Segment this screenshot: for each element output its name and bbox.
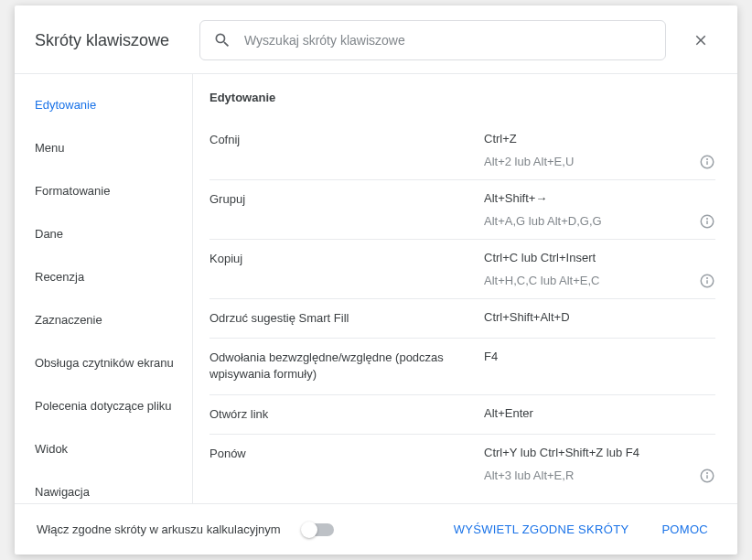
keys-wrap: Alt+Enter (484, 406, 715, 420)
help-button[interactable]: POMOC (654, 517, 715, 542)
shortcut-row: PonówCtrl+Y lub Ctrl+Shift+Z lub F4Alt+3… (209, 435, 715, 493)
view-compatible-button[interactable]: WYŚWIETL ZGODNE SKRÓTY (446, 517, 637, 542)
command-name: Cofnij (209, 132, 484, 148)
command-name: Otwórz link (209, 406, 484, 423)
keys-wrap: F4 (484, 350, 715, 363)
shortcuts-content[interactable]: Edytowanie CofnijCtrl+ZAlt+2 lub Alt+E,U… (193, 74, 737, 503)
command-name: Ponów (209, 446, 484, 462)
shortcut-row: Odwołania bezwzględne/względne (podczas … (209, 339, 715, 394)
dialog-header: Skróty klawiszowe (15, 5, 737, 73)
keys-wrap: Ctrl+C lub Ctrl+InsertAlt+H,C,C lub Alt+… (484, 251, 715, 287)
info-icon[interactable] (699, 154, 715, 174)
toggle-label: Włącz zgodne skróty w arkuszu kalkulacyj… (37, 522, 281, 536)
info-icon[interactable] (699, 213, 715, 233)
svg-point-11 (707, 472, 708, 473)
shortcut-keys: Ctrl+Shift+Alt+D (484, 310, 715, 324)
dialog-body: EdytowanieMenuFormatowanieDaneRecenzjaZa… (15, 73, 737, 503)
sidebar-item[interactable]: Edytowanie (15, 83, 192, 126)
sidebar-item[interactable]: Recenzja (15, 255, 192, 298)
category-sidebar[interactable]: EdytowanieMenuFormatowanieDaneRecenzjaZa… (15, 74, 192, 503)
sidebar-item[interactable]: Dane (15, 212, 192, 255)
compatible-shortcuts-toggle[interactable] (303, 523, 334, 536)
command-name: Grupuj (209, 191, 484, 208)
shortcut-keys: F4 (484, 350, 715, 363)
sidebar-item[interactable]: Nawigacja (15, 470, 192, 503)
shortcut-keys-alt: Alt+2 lub Alt+E,U (484, 155, 715, 168)
sidebar-item[interactable]: Obsługa czytników ekranu (15, 341, 192, 384)
keys-wrap: Alt+Shift+→Alt+A,G lub Alt+D,G,G (484, 191, 715, 228)
sidebar-item[interactable]: Widok (15, 427, 192, 470)
command-name: Kopiuj (209, 251, 484, 267)
shortcut-row: Odrzuć sugestię Smart FillCtrl+Shift+Alt… (209, 299, 715, 339)
keys-wrap: Ctrl+ZAlt+2 lub Alt+E,U (484, 132, 715, 168)
shortcut-row: GrupujAlt+Shift+→Alt+A,G lub Alt+D,G,G (209, 180, 715, 240)
dialog-title: Skróty klawiszowe (35, 31, 181, 50)
sidebar-item[interactable]: Menu (15, 126, 192, 169)
toggle-knob (301, 522, 317, 538)
keys-wrap: Ctrl+Shift+Alt+D (484, 310, 715, 324)
search-input[interactable] (244, 33, 652, 48)
svg-point-8 (707, 278, 708, 279)
shortcut-keys: Alt+Shift+→ (484, 191, 715, 205)
shortcut-keys: Alt+Enter (484, 406, 715, 420)
dialog-footer: Włącz zgodne skróty w arkuszu kalkulacyj… (15, 503, 737, 555)
info-icon[interactable] (699, 468, 715, 488)
shortcut-keys-alt: Alt+A,G lub Alt+D,G,G (484, 214, 715, 228)
search-field-wrap[interactable] (199, 20, 666, 60)
sidebar-item[interactable]: Formatowanie (15, 169, 192, 212)
shortcut-row: Otwórz linkAlt+Enter (209, 395, 715, 435)
info-icon[interactable] (699, 273, 715, 293)
close-button[interactable] (684, 24, 717, 57)
shortcut-row: CofnijCtrl+ZAlt+2 lub Alt+E,U (209, 121, 715, 180)
shortcut-row: KopiujCtrl+C lub Ctrl+InsertAlt+H,C,C lu… (209, 240, 715, 299)
command-name: Odwołania bezwzględne/względne (podczas … (209, 350, 484, 382)
search-icon (213, 31, 231, 49)
keys-wrap: Ctrl+Y lub Ctrl+Shift+Z lub F4Alt+3 lub … (484, 446, 715, 482)
shortcut-keys: Ctrl+C lub Ctrl+Insert (484, 251, 715, 264)
svg-point-5 (707, 219, 708, 220)
section-title: Edytowanie (209, 91, 715, 104)
command-name: Odrzuć sugestię Smart Fill (209, 310, 484, 327)
keyboard-shortcuts-dialog: Skróty klawiszowe EdytowanieMenuFormatow… (15, 5, 737, 555)
shortcut-keys: Ctrl+Y lub Ctrl+Shift+Z lub F4 (484, 446, 715, 459)
svg-point-2 (707, 159, 708, 160)
shortcut-keys: Ctrl+Z (484, 132, 715, 145)
sidebar-item[interactable]: Zaznaczenie (15, 298, 192, 341)
shortcut-keys-alt: Alt+H,C,C lub Alt+E,C (484, 274, 715, 287)
sidebar-item[interactable]: Polecenia dotyczące pliku (15, 384, 192, 427)
shortcut-keys-alt: Alt+3 lub Alt+E,R (484, 468, 715, 482)
